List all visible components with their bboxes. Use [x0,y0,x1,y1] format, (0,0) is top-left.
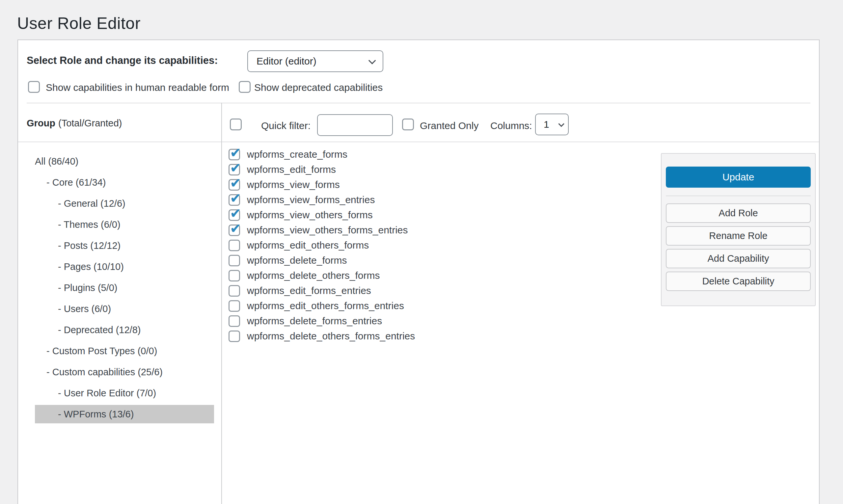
select-role-label: Select Role and change its capabilities: [27,55,218,67]
role-select[interactable]: Editor (editor) [247,50,383,72]
user-role-editor-panel: Select Role and change its capabilities:… [17,39,820,504]
capability-label: wpforms_view_forms [247,179,340,190]
group-header-rest: (Total/Granted) [58,118,122,128]
capability-label: wpforms_delete_forms_entries [247,316,382,327]
chevron-down-icon [369,57,376,65]
rename-role-button[interactable]: Rename Role [666,226,811,246]
human-readable-label: Show capabilities in human readable form [46,82,229,93]
capability-checkbox[interactable] [229,316,240,327]
capability-label: wpforms_edit_forms_entries [247,285,371,296]
quick-filter-input[interactable] [317,114,393,136]
actions-panel: Update Add Role Rename Role Add Capabili… [661,153,816,306]
group-item[interactable]: - User Role Editor (7/0) [18,382,221,403]
delete-capability-button[interactable]: Delete Capability [666,272,811,291]
capability-label: wpforms_delete_forms [247,255,347,266]
capability-row: wpforms_edit_forms_entries [229,283,415,298]
group-item[interactable]: - WPForms (13/6) [18,403,221,425]
group-item[interactable]: - Plugins (5/0) [18,277,221,298]
capability-row: wpforms_view_others_forms [229,208,415,222]
columns-select[interactable]: 1 [535,113,569,135]
add-capability-button[interactable]: Add Capability [666,249,811,268]
group-item[interactable]: - General (12/6) [18,193,221,214]
group-tree: All (86/40)- Core (61/34)- General (12/6… [18,151,221,425]
capability-checkbox[interactable] [229,240,240,251]
granted-only-checkbox[interactable] [402,119,414,130]
capability-checkbox[interactable] [229,194,240,206]
granted-only-label: Granted Only [420,120,479,131]
group-item-label: All (86/40) [35,156,78,167]
capability-label: wpforms_view_others_forms [247,209,373,220]
group-item[interactable]: - Core (61/34) [18,172,221,193]
group-item-label: - WPForms (13/6) [58,409,134,420]
capability-checkbox[interactable] [229,255,240,266]
capability-row: wpforms_create_forms [229,147,415,162]
capability-label: wpforms_delete_others_forms_entries [247,330,415,342]
group-item[interactable]: - Deprecated (12/8) [18,319,221,340]
group-item[interactable]: - Pages (10/10) [18,256,221,277]
capability-row: wpforms_edit_others_forms [229,238,415,253]
capability-label: wpforms_delete_others_forms [247,270,380,281]
human-readable-checkbox[interactable] [28,81,40,93]
capability-row: wpforms_view_forms [229,177,415,192]
group-item[interactable]: - Themes (6/0) [18,214,221,235]
actions-divider [666,196,811,196]
capability-checkbox[interactable] [229,209,240,221]
top-divider [27,103,810,103]
capability-row: wpforms_view_others_forms_entries [229,222,415,238]
capability-checkbox[interactable] [229,224,240,236]
show-deprecated-label: Show deprecated capabilities [254,82,383,93]
role-select-value: Editor (editor) [256,56,317,67]
group-item-label: - Pages (10/10) [58,262,124,272]
capability-checkbox[interactable] [229,164,240,176]
capability-label: wpforms_edit_forms [247,164,336,175]
capability-label: wpforms_edit_others_forms_entries [247,300,404,311]
group-item-label: - Posts (12/12) [58,240,121,251]
capabilities-list: wpforms_create_formswpforms_edit_formswp… [229,147,415,344]
capability-checkbox[interactable] [229,285,240,296]
update-button[interactable]: Update [666,166,811,188]
quick-filter-label: Quick filter: [261,120,310,131]
add-role-button[interactable]: Add Role [666,203,811,223]
columns-label: Columns: [490,120,532,131]
capability-checkbox[interactable] [229,300,240,312]
column-divider [221,103,222,504]
columns-select-value: 1 [544,119,549,130]
capability-row: wpforms_edit_forms [229,162,415,177]
capability-checkbox[interactable] [229,330,240,342]
group-item[interactable]: - Custom Post Types (0/0) [18,340,221,361]
group-item-label: - Core (61/34) [47,177,106,188]
capability-checkbox[interactable] [229,179,240,191]
group-item-label: - Users (6/0) [58,304,111,314]
capability-row: wpforms_edit_others_forms_entries [229,298,415,313]
page-title: User Role Editor [17,14,141,33]
capability-row: wpforms_view_forms_entries [229,192,415,208]
group-item[interactable]: - Users (6/0) [18,298,221,319]
capability-row: wpforms_delete_forms [229,253,415,268]
capability-row: wpforms_delete_forms_entries [229,313,415,328]
group-item-label: - Custom Post Types (0/0) [47,346,157,357]
group-item-label: - General (12/6) [58,198,125,209]
group-item-label: - User Role Editor (7/0) [58,388,156,399]
capability-checkbox[interactable] [229,149,240,160]
capability-label: wpforms_view_others_forms_entries [247,224,408,236]
quick-filter-checkbox[interactable] [230,119,242,130]
capability-row: wpforms_delete_others_forms [229,268,415,283]
group-header: Group(Total/Granted) [27,118,122,129]
capability-label: wpforms_edit_others_forms [247,240,369,251]
group-item[interactable]: All (86/40) [18,151,221,172]
capability-checkbox[interactable] [229,270,240,282]
show-deprecated-checkbox[interactable] [239,81,251,93]
group-item-label: - Deprecated (12/8) [58,325,141,336]
group-item[interactable]: - Posts (12/12) [18,235,221,256]
chevron-down-icon [558,121,564,127]
group-item-label: - Custom capabilities (25/6) [47,367,163,378]
group-header-bold: Group [27,118,55,128]
group-item-label: - Themes (6/0) [58,219,121,230]
capability-label: wpforms_view_forms_entries [247,194,375,205]
capability-label: wpforms_create_forms [247,149,347,160]
group-item-label: - Plugins (5/0) [58,283,118,293]
filter-divider [18,142,819,142]
capability-row: wpforms_delete_others_forms_entries [229,328,415,344]
group-item[interactable]: - Custom capabilities (25/6) [18,361,221,382]
